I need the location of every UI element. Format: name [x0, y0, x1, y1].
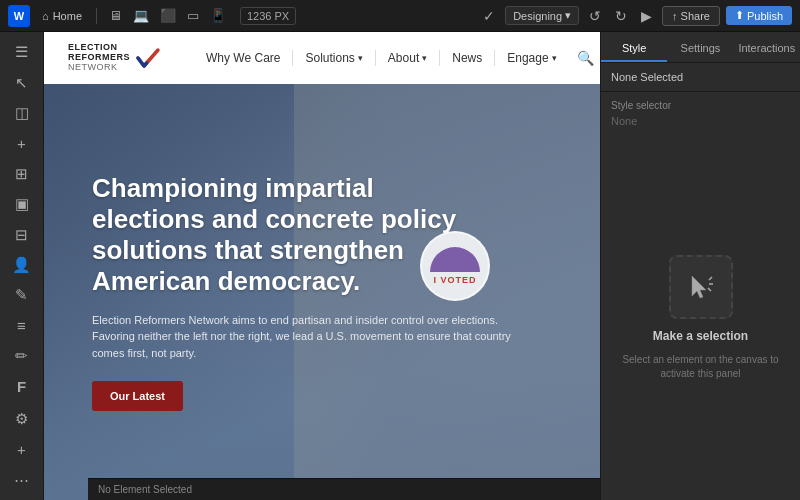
add-section-tool[interactable]: +: [6, 129, 38, 157]
panel-tabs: Style Settings Interactions: [601, 32, 800, 63]
f-tool[interactable]: F: [6, 372, 38, 400]
media-tool[interactable]: ▣: [6, 190, 38, 218]
pointer-tool[interactable]: ↖: [6, 68, 38, 96]
preview-icon[interactable]: ▶: [637, 6, 656, 26]
website-preview: ELECTION REFORMERS NETWORK Why We Care: [44, 32, 600, 500]
nav-solutions[interactable]: Solutions ▾: [293, 32, 374, 84]
home-label: Home: [53, 10, 82, 22]
publish-label: Publish: [747, 10, 783, 22]
status-bar: No Element Selected: [88, 478, 600, 500]
nav-news[interactable]: News: [440, 32, 494, 84]
status-text: No Element Selected: [98, 484, 192, 495]
logo-checkmark: [134, 44, 162, 72]
hero-cta-button[interactable]: Our Latest: [92, 381, 183, 411]
apps-tool[interactable]: ⊟: [6, 220, 38, 248]
i-voted-sticker: I VOTED: [420, 231, 490, 301]
components-tool[interactable]: ⊞: [6, 160, 38, 188]
layers-tool[interactable]: ◫: [6, 99, 38, 127]
logo-network: NETWORK: [68, 63, 130, 73]
more-tool[interactable]: ⋯: [6, 466, 38, 494]
svg-line-1: [709, 277, 712, 280]
none-selected-label: None Selected: [611, 71, 790, 83]
publish-icon: ⬆: [735, 9, 744, 22]
style-selector-section: Style selector None: [601, 92, 800, 135]
left-toolbar: ☰ ↖ ◫ + ⊞ ▣ ⊟ 👤 ✎ ≡ ✏ F ⚙ + ⋯: [0, 32, 44, 500]
make-selection-area: Make a selection Select an element on th…: [601, 135, 800, 500]
share-label: Share: [681, 10, 710, 22]
nav-links: Why We Care Solutions ▾ About ▾ News Eng…: [194, 32, 594, 84]
hero-subtext: Election Reformers Network aims to end p…: [92, 312, 512, 362]
i-voted-circle: I VOTED: [420, 231, 490, 301]
style-selector-none: None: [601, 115, 800, 135]
wix-logo: W: [8, 5, 30, 27]
nav-about[interactable]: About ▾: [376, 32, 439, 84]
share-button[interactable]: ↑ Share: [662, 6, 720, 26]
main-layout: ☰ ↖ ◫ + ⊞ ▣ ⊟ 👤 ✎ ≡ ✏ F ⚙ + ⋯ ELECTION: [0, 32, 800, 500]
nav-engage[interactable]: Engage ▾: [495, 32, 568, 84]
checkmark-icon: ✓: [479, 6, 499, 26]
top-bar: W ⌂ Home 🖥 💻 ⬛ ▭ 📱 1236 PX ✓ Designing ▾…: [0, 0, 800, 32]
paint-tool[interactable]: ✏: [6, 342, 38, 370]
publish-button[interactable]: ⬆ Publish: [726, 6, 792, 25]
make-selection-title: Make a selection: [653, 329, 748, 343]
blog-tool[interactable]: ✎: [6, 281, 38, 309]
i-voted-half-circle: [430, 247, 480, 272]
tab-interactions[interactable]: Interactions: [734, 36, 800, 62]
settings-tool[interactable]: ⚙: [6, 405, 38, 433]
desktop-icon[interactable]: 🖥: [105, 6, 126, 25]
redo-icon[interactable]: ↻: [611, 6, 631, 26]
none-selected-section: None Selected: [601, 63, 800, 92]
tablet-icon[interactable]: ⬛: [156, 6, 180, 25]
search-icon[interactable]: 🔍: [577, 50, 594, 66]
cursor-icon-container: [669, 255, 733, 319]
i-voted-text: I VOTED: [433, 276, 476, 285]
px-display: 1236 PX: [240, 7, 296, 25]
hero-content: Championing impartial elections and conc…: [44, 84, 600, 500]
tablet-sm-icon[interactable]: ▭: [183, 6, 203, 25]
style-selector-label: Style selector: [601, 100, 800, 111]
cursor-icon: [686, 272, 716, 302]
undo-icon[interactable]: ↺: [585, 6, 605, 26]
menu-tool[interactable]: ☰: [6, 38, 38, 66]
designing-label: Designing: [513, 10, 562, 22]
make-selection-desc: Select an element on the canvas to activ…: [621, 353, 780, 381]
contact-tool[interactable]: 👤: [6, 251, 38, 279]
svg-line-3: [708, 288, 711, 291]
device-icons: 🖥 💻 ⬛ ▭ 📱: [105, 6, 230, 25]
chevron-down-icon: ▾: [565, 9, 571, 22]
canvas-area: ELECTION REFORMERS NETWORK Why We Care: [44, 32, 600, 500]
mobile-icon[interactable]: 📱: [206, 6, 230, 25]
designing-button[interactable]: Designing ▾: [505, 6, 579, 25]
hero-headline: Championing impartial elections and conc…: [92, 173, 472, 298]
site-navigation: ELECTION REFORMERS NETWORK Why We Care: [44, 32, 600, 84]
right-panel: Style Settings Interactions None Selecte…: [600, 32, 800, 500]
tab-settings[interactable]: Settings: [667, 36, 733, 62]
svg-marker-0: [692, 276, 706, 298]
site-logo: ELECTION REFORMERS NETWORK: [68, 43, 162, 73]
divider: [96, 8, 97, 24]
laptop-icon[interactable]: 💻: [129, 6, 153, 25]
nav-why-we-care[interactable]: Why We Care: [194, 32, 292, 84]
logo-text: ELECTION REFORMERS NETWORK: [68, 43, 130, 73]
share-icon: ↑: [672, 10, 678, 22]
add-tool-bottom[interactable]: +: [6, 435, 38, 463]
data-tool[interactable]: ≡: [6, 312, 38, 340]
tab-style[interactable]: Style: [601, 36, 667, 62]
home-button[interactable]: ⌂ Home: [36, 8, 88, 24]
home-icon: ⌂: [42, 10, 49, 22]
